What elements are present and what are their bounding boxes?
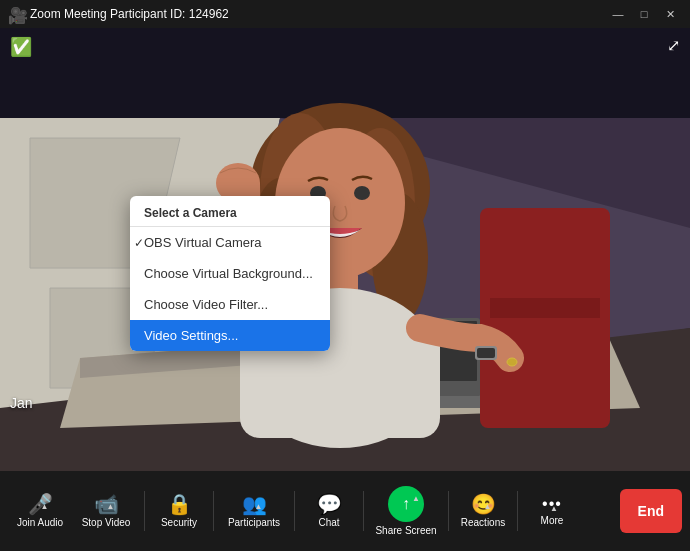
svg-point-22	[354, 186, 370, 200]
reactions-chevron: ▲	[484, 502, 492, 511]
context-menu-title: Select a Camera	[130, 196, 330, 227]
virtual-bg-label: Choose Virtual Background...	[144, 266, 313, 281]
svg-point-29	[507, 358, 517, 366]
camera-obs-label: OBS Virtual Camera	[144, 235, 262, 250]
minimize-button[interactable]: —	[606, 4, 630, 24]
fullscreen-icon[interactable]: ⤢	[667, 36, 680, 55]
join-audio-button[interactable]: 🎤 ▲ Join Audio	[8, 476, 72, 546]
close-button[interactable]: ✕	[658, 4, 682, 24]
divider-3	[294, 491, 295, 531]
share-screen-button[interactable]: ↑ ▲ Share Screen	[368, 476, 444, 546]
shield-icon: ✅	[10, 36, 32, 58]
divider-1	[144, 491, 145, 531]
security-icon: 🔒	[167, 494, 192, 514]
chat-button[interactable]: 💬 Chat	[299, 476, 359, 546]
participants-chevron: ▲	[255, 502, 263, 511]
stop-video-chevron: ▲	[107, 502, 115, 511]
participant-name-label: Jan	[10, 395, 33, 411]
video-feed	[0, 28, 690, 471]
more-label: More	[541, 515, 564, 527]
reactions-button[interactable]: 😊 ▲ Reactions	[453, 476, 513, 546]
chat-label: Chat	[318, 517, 339, 529]
reactions-label: Reactions	[461, 517, 505, 529]
title-bar-left: 🎥 Zoom Meeting Participant ID: 124962	[8, 6, 229, 22]
context-menu: Select a Camera OBS Virtual Camera Choos…	[130, 196, 330, 351]
chat-icon: 💬	[317, 494, 342, 514]
video-settings-label: Video Settings...	[144, 328, 238, 343]
toolbar: 🎤 ▲ Join Audio 📹 ▲ Stop Video 🔒 Security…	[0, 471, 690, 551]
video-filter-item[interactable]: Choose Video Filter...	[130, 289, 330, 320]
divider-6	[517, 491, 518, 531]
more-chevron: ▲	[550, 504, 558, 513]
virtual-bg-item[interactable]: Choose Virtual Background...	[130, 258, 330, 289]
app-icon: 🎥	[8, 6, 24, 22]
join-audio-chevron: ▲	[41, 502, 49, 511]
participants-button[interactable]: 👥 ▲ Participants	[218, 476, 290, 546]
title-bar-title: Zoom Meeting Participant ID: 124962	[30, 7, 229, 21]
share-screen-icon: ↑	[402, 495, 410, 513]
end-button[interactable]: End	[620, 489, 682, 533]
join-audio-label: Join Audio	[17, 517, 63, 529]
divider-5	[448, 491, 449, 531]
svg-rect-14	[490, 298, 600, 318]
scene-svg	[0, 28, 690, 471]
title-bar: 🎥 Zoom Meeting Participant ID: 124962 — …	[0, 0, 690, 28]
video-settings-item[interactable]: Video Settings...	[130, 320, 330, 351]
camera-obs-item[interactable]: OBS Virtual Camera	[130, 227, 330, 258]
maximize-button[interactable]: □	[632, 4, 656, 24]
participants-label: Participants	[228, 517, 280, 529]
title-bar-controls: — □ ✕	[606, 4, 682, 24]
svg-rect-28	[477, 348, 495, 358]
more-button[interactable]: ••• ▲ More	[522, 476, 582, 546]
video-filter-label: Choose Video Filter...	[144, 297, 268, 312]
video-area: ✅ ⤢ Jan Select a Camera OBS Virtual Came…	[0, 28, 690, 471]
stop-video-button[interactable]: 📹 ▲ Stop Video	[72, 476, 140, 546]
share-screen-label: Share Screen	[375, 525, 436, 537]
share-screen-chevron: ▲	[412, 494, 420, 503]
security-label: Security	[161, 517, 197, 529]
stop-video-label: Stop Video	[82, 517, 131, 529]
security-button[interactable]: 🔒 Security	[149, 476, 209, 546]
divider-4	[363, 491, 364, 531]
divider-2	[213, 491, 214, 531]
